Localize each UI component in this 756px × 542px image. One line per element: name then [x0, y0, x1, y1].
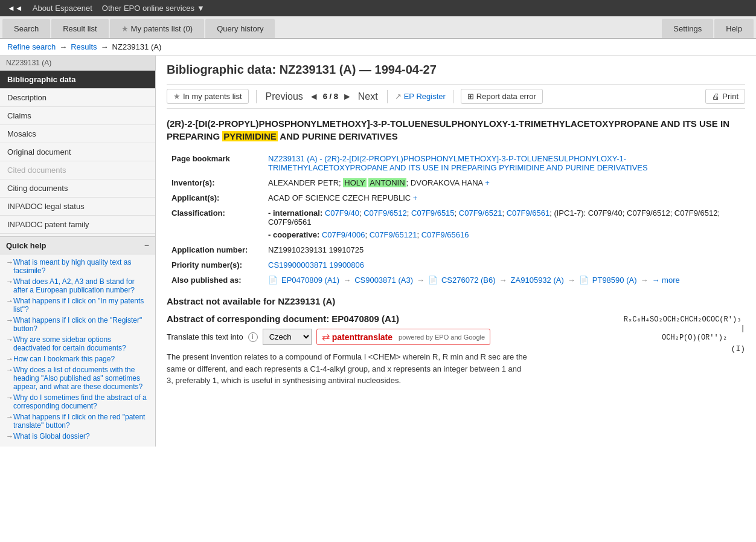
- quickhelp-link-2[interactable]: What happens if I click on "In my patent…: [6, 297, 149, 314]
- main-content: Bibliographic data: NZ239131 (A) — 1994-…: [156, 56, 756, 447]
- table-row-applicants: Applicant(s): ACAD OF SCIENCE CZECH REPU…: [167, 190, 745, 205]
- cls-coop-1[interactable]: C07F9/65121: [370, 230, 417, 239]
- cls-intl-C07F9-40[interactable]: C07F9/40: [325, 208, 359, 218]
- sidebar-item-claims[interactable]: Claims: [0, 107, 155, 125]
- classification-label: Classification:: [167, 205, 263, 242]
- cls-coop-2[interactable]: C07F9/65616: [421, 230, 469, 239]
- pub-doc-link-2[interactable]: CS276072 (B6): [441, 276, 496, 285]
- breadcrumb: Refine search → Results → NZ239131 (A): [0, 39, 756, 56]
- tab-my-patents[interactable]: ★ My patents list (0): [110, 19, 205, 38]
- pub-doc-link-4[interactable]: PT98590 (A): [592, 276, 637, 285]
- other-services-link[interactable]: Other EPO online services ▼: [102, 4, 205, 13]
- quickhelp-link-6[interactable]: Why does a list of documents with the he…: [6, 366, 149, 391]
- sidebar-item-citing-documents[interactable]: Citing documents: [0, 179, 155, 198]
- title-highlight: PYRIMIDINE: [222, 131, 278, 141]
- back-arrows-icon[interactable]: ◄◄: [7, 4, 23, 13]
- translate-arrows-icon: ⇄: [322, 331, 330, 343]
- pub-doc-link-3[interactable]: ZA9105932 (A): [511, 276, 564, 285]
- sidebar-item-cited-documents: Cited documents: [0, 161, 155, 179]
- quickhelp-link-9[interactable]: What is Global dossier?: [6, 432, 149, 440]
- sidebar-item-inpadoc-legal[interactable]: INPADOC legal status: [0, 198, 155, 216]
- translate-label: Translate this text into: [167, 332, 243, 341]
- main-navigation: Search Result list ★ My patents list (0)…: [0, 16, 756, 39]
- pub-doc-icon-2: 📄: [428, 276, 438, 285]
- tab-settings[interactable]: Settings: [662, 19, 713, 38]
- patent-title: (2R)-2-[DI(2-PROPYL)PHOSPHONYLMETHOXY]-3…: [167, 117, 745, 143]
- tab-help[interactable]: Help: [714, 19, 754, 38]
- inventors-more-link[interactable]: +: [485, 178, 490, 187]
- page-bookmark-link[interactable]: NZ239131 (A) - (2R)-2-[DI(2-PROPYL)PHOSP…: [268, 154, 648, 172]
- tab-query-history[interactable]: Query history: [205, 19, 275, 38]
- star-icon: ★: [173, 92, 181, 101]
- breadcrumb-arrow-2: →: [101, 42, 109, 51]
- nav-next-arrow[interactable]: ►: [341, 91, 354, 102]
- toolbar: ★ In my patents list Previous ◄ 6 / 8 ► …: [167, 84, 745, 109]
- print-icon: 🖨: [712, 92, 720, 101]
- sidebar-item-original-document[interactable]: Original document: [0, 143, 155, 161]
- cls-intl-C07F9-6512[interactable]: C07F9/6512: [364, 208, 407, 218]
- previous-button[interactable]: Previous: [264, 91, 305, 102]
- sidebar-item-mosaics[interactable]: Mosaics: [0, 125, 155, 143]
- abstract-text: The present invention relates to a compo…: [167, 351, 529, 387]
- cls-coop-0[interactable]: C07F9/4006: [322, 230, 365, 239]
- breadcrumb-results[interactable]: Results: [71, 42, 97, 51]
- toolbar-navigation: Previous ◄ 6 / 8 ► Next: [264, 91, 380, 102]
- quickhelp-link-4[interactable]: Why are some sidebar options deactivated…: [6, 335, 149, 352]
- translate-info-icon[interactable]: i: [248, 332, 258, 342]
- table-row-classification: Classification: - international: C07F9/4…: [167, 205, 745, 242]
- report-error-button[interactable]: ⊞ Report data error: [461, 89, 543, 104]
- classification-coop-label: - cooperative:: [268, 230, 319, 239]
- toolbar-divider-3: [453, 90, 453, 103]
- pub-doc-link-1[interactable]: CS9003871 (A3): [354, 276, 413, 285]
- toolbar-divider-2: [387, 90, 388, 103]
- dropdown-arrow-icon: ▼: [197, 4, 205, 13]
- chemical-formula: RₓC₆H₄SO₂OCH₂CHCH₂OCOC(R')₃ | OCH₂P(O)(O…: [620, 315, 745, 353]
- quickhelp-link-1[interactable]: What does A1, A2, A3 and B stand for aft…: [6, 277, 149, 294]
- table-row-priority: Priority number(s): CS19900003871 199008…: [167, 257, 745, 273]
- sidebar-item-bibliographic-data[interactable]: Bibliographic data: [0, 71, 155, 89]
- cls-intl-C07F9-6515[interactable]: C07F9/6515: [411, 208, 455, 218]
- translate-language-select[interactable]: Czech English French German Spanish: [263, 329, 312, 345]
- quickhelp-link-0[interactable]: What is meant by high quality text as fa…: [6, 258, 149, 275]
- breadcrumb-refine-search[interactable]: Refine search: [7, 42, 56, 51]
- cls-intl-C07F9-6521[interactable]: C07F9/6521: [459, 208, 502, 218]
- pub-doc-link-0[interactable]: EP0470809 (A1): [281, 276, 339, 285]
- in-my-patents-button[interactable]: ★ In my patents list: [167, 89, 249, 104]
- applicants-more-link[interactable]: +: [413, 193, 418, 202]
- table-row-bookmark: Page bookmark NZ239131 (A) - (2R)-2-[DI(…: [167, 151, 745, 175]
- table-row-also-published: Also published as: 📄 EP0470809 (A1) → CS…: [167, 273, 745, 288]
- classification-intl-label: - international:: [268, 208, 322, 218]
- print-button[interactable]: 🖨 Print: [705, 89, 745, 104]
- quickhelp-link-5[interactable]: How can I bookmark this page?: [6, 355, 149, 363]
- quickhelp-link-8[interactable]: What happens if I click on the red "pate…: [6, 413, 149, 430]
- page-bookmark-label: Page bookmark: [167, 151, 263, 175]
- inventor-0: ALEXANDER PETR;: [268, 178, 343, 187]
- quickhelp-collapse-button[interactable]: −: [144, 240, 149, 250]
- nav-count: 6 / 8: [323, 92, 338, 101]
- page-title: Bibliographic data: NZ239131 (A) — 1994-…: [167, 63, 745, 77]
- nav-prev-arrow[interactable]: ◄: [307, 91, 321, 102]
- published-as-list: 📄 EP0470809 (A1) → CS9003871 (A3) → 📄 CS…: [268, 276, 740, 285]
- tab-search[interactable]: Search: [2, 19, 50, 38]
- sidebar-item-description[interactable]: Description: [0, 89, 155, 107]
- quickhelp-link-3[interactable]: What happens if I click on the "Register…: [6, 316, 149, 333]
- priority-value-link[interactable]: CS19900003871 19900806: [268, 260, 364, 269]
- app-number-value: NZ19910239131 19910725: [263, 242, 745, 257]
- patent-translate-logo[interactable]: ⇄ patenttranslate powered by EPO and Goo…: [316, 329, 490, 345]
- inventor-separator: ; DVORAKOVA HANA: [406, 178, 485, 187]
- app-number-label: Application number:: [167, 242, 263, 257]
- bibliographic-data-table: Page bookmark NZ239131 (A) - (2R)-2-[DI(…: [167, 151, 745, 288]
- tab-result-list[interactable]: Result list: [51, 19, 108, 38]
- more-published-link[interactable]: → more: [652, 276, 679, 285]
- inventors-label: Inventor(s):: [167, 175, 263, 190]
- external-link-icon: ↗: [395, 92, 402, 101]
- next-button[interactable]: Next: [356, 91, 380, 102]
- patent-translate-powered: powered by EPO and Google: [399, 334, 485, 341]
- abstract-title-1: Abstract not available for NZ239131 (A): [167, 296, 745, 306]
- ep-register-link[interactable]: ↗ EP Register: [395, 92, 446, 101]
- cls-intl-C07F9-6561[interactable]: C07F9/6561: [507, 208, 550, 218]
- sidebar-item-inpadoc-family[interactable]: INPADOC patent family: [0, 216, 155, 234]
- quickhelp-link-7[interactable]: Why do I sometimes find the abstract of …: [6, 393, 149, 410]
- about-espacenet-link[interactable]: About Espacenet: [33, 4, 92, 13]
- pub-doc-icon-4: 📄: [579, 276, 589, 285]
